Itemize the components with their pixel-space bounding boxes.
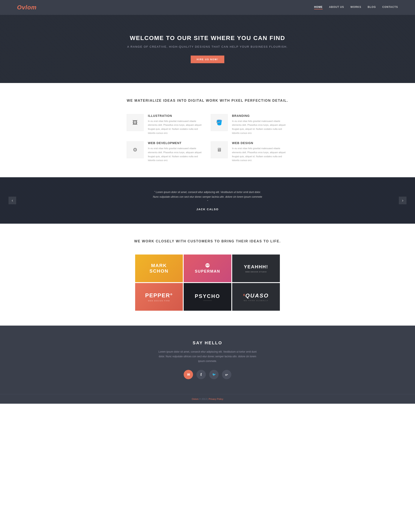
- hero: WELCOME TO OUR SITE WHERE YOU CAN FIND A…: [0, 15, 415, 83]
- hero-subtitle: A RANGE OF CREATIVE, HIGH-QUALITY DESIGN…: [127, 45, 288, 49]
- portfolio-item-markschon[interactable]: MARKSCHON: [135, 255, 183, 282]
- testimonial-next-button[interactable]: ›: [399, 197, 406, 204]
- hero-title: WELCOME TO OUR SITE WHERE YOU CAN FIND: [127, 35, 288, 41]
- portfolio-label-quaso: QUASO: [245, 292, 269, 299]
- portfolio-item-quaso[interactable]: 6 QUASO WE THINK GLOBALLY: [232, 283, 280, 311]
- testimonial-text: " Lorem ipsum dolor sit amet, consecit e…: [152, 190, 263, 204]
- header: Ovlom HOME ABOUT US WORKS BLOG CONTACTS: [0, 0, 415, 15]
- googleplus-icon[interactable]: g+: [222, 370, 231, 379]
- illustration-desc: In eu erat vitae felis gravitat malesuae…: [148, 119, 204, 135]
- testimonial-prev-button[interactable]: ‹: [9, 197, 16, 204]
- logo-text: vlom: [22, 4, 37, 11]
- webdesign-icon-box: 🖥: [211, 141, 228, 158]
- testimonial-section: ‹ " Lorem ipsum dolor sit amet, consecit…: [0, 177, 415, 224]
- webdev-icon-box: ⚙: [127, 141, 144, 158]
- twitter-icon[interactable]: 🐦: [209, 370, 218, 379]
- branding-title: Branding: [232, 114, 288, 117]
- nav-contacts[interactable]: CONTACTS: [382, 6, 398, 9]
- branding-icon-box: 🪣: [211, 114, 228, 131]
- nav-blog[interactable]: BLOG: [368, 6, 376, 9]
- contact-title: SAY HELLO: [17, 341, 398, 345]
- testimonial-author: JACK CALSO: [17, 208, 398, 211]
- quaso-sub: WE THINK GLOBALLY: [244, 300, 268, 302]
- hero-section: WELCOME TO OUR SITE WHERE YOU CAN FIND A…: [0, 15, 415, 83]
- portfolio-item-pepper[interactable]: PEPPER° WEB DESIGN FIRM: [135, 283, 183, 311]
- twitter-symbol: 🐦: [212, 373, 216, 376]
- email-icon[interactable]: ✉: [184, 370, 193, 379]
- portfolio-label-superman: SUPERMAN: [195, 269, 220, 274]
- portfolio-section: WE WORK CLOSELY WITH CUSTOMERS TO BRING …: [0, 224, 415, 326]
- webdev-desc: In eu erat vitae felis gravitat malesuae…: [148, 146, 204, 162]
- contact-section: SAY HELLO Lorem ipsum dolor sit amet, co…: [0, 326, 415, 394]
- services-grid: 🖼 Illustration In eu erat vitae felis gr…: [127, 114, 288, 162]
- webdev-title: Web Development: [148, 141, 204, 145]
- portfolio-label-markschon: MARKSCHON: [149, 263, 168, 274]
- service-webdev: ⚙ Web Development In eu erat vitae felis…: [127, 141, 204, 162]
- portfolio-item-superman[interactable]: 220 SUPERMAN: [184, 255, 231, 282]
- yeahhh-sub: WEB DESIGN STUDIO: [245, 271, 267, 273]
- contact-desc: Lorem ipsum dolor sit amet, consecit elt…: [156, 350, 259, 363]
- branding-desc: In eu erat vitae felis gravitat malesuae…: [232, 119, 288, 135]
- service-branding: 🪣 Branding In eu erat vitae felis gravit…: [211, 114, 288, 135]
- services-title: WE MATERIALIZE IDEAS INTO DIGITAL WORK W…: [17, 98, 398, 104]
- footer-text: Ovlom © 2013 | Privacy Policy: [17, 398, 398, 400]
- portfolio-item-psycho[interactable]: PSYCHO: [184, 283, 231, 311]
- footer-brand-link[interactable]: Ovlom: [192, 398, 198, 400]
- branding-icon: 🪣: [216, 120, 222, 125]
- pepper-sub: WEB DESIGN FIRM: [148, 300, 170, 302]
- nav: HOME ABOUT US WORKS BLOG CONTACTS: [314, 6, 398, 9]
- illustration-icon: 🖼: [132, 120, 138, 125]
- webdesign-content: Web Design In eu erat vitae felis gravit…: [232, 141, 288, 162]
- hero-content: WELCOME TO OUR SITE WHERE YOU CAN FIND A…: [127, 35, 288, 63]
- illustration-content: Illustration In eu erat vitae felis grav…: [148, 114, 204, 135]
- nav-works[interactable]: WORKS: [350, 6, 361, 9]
- illustration-icon-box: 🖼: [127, 114, 144, 131]
- facebook-symbol: f: [200, 372, 202, 377]
- nav-home[interactable]: HOME: [314, 6, 323, 9]
- hire-button[interactable]: HIRE US NOW!: [191, 56, 224, 63]
- superman-number: 220: [205, 263, 210, 267]
- webdesign-title: Web Design: [232, 141, 288, 145]
- portfolio-item-yeahhh[interactable]: YEAHHH! WEB DESIGN STUDIO: [232, 255, 280, 282]
- footer: Ovlom © 2013 | Privacy Policy: [0, 394, 415, 404]
- nav-about[interactable]: ABOUT US: [329, 6, 344, 9]
- quaso-wrapper: 6 QUASO: [243, 292, 269, 299]
- portfolio-label-yeahhh: YEAHHH!: [244, 264, 268, 270]
- portfolio-label-pepper: PEPPER°: [145, 292, 173, 299]
- service-illustration: 🖼 Illustration In eu erat vitae felis gr…: [127, 114, 204, 135]
- portfolio-title: WE WORK CLOSELY WITH CUSTOMERS TO BRING …: [17, 238, 398, 244]
- quaso-pre-num: 6: [243, 293, 245, 297]
- services-section: WE MATERIALIZE IDEAS INTO DIGITAL WORK W…: [0, 83, 415, 177]
- logo: Ovlom: [17, 4, 37, 11]
- webdev-content: Web Development In eu erat vitae felis g…: [148, 141, 204, 162]
- illustration-title: Illustration: [148, 114, 204, 117]
- facebook-icon[interactable]: f: [197, 370, 206, 379]
- footer-copy: © 2013 |: [199, 398, 209, 400]
- social-icons: ✉ f 🐦 g+: [17, 370, 398, 379]
- webdesign-icon: 🖥: [217, 147, 222, 153]
- webdesign-desc: In eu erat vitae felis gravitat malesuae…: [232, 146, 288, 162]
- webdev-icon: ⚙: [133, 147, 138, 153]
- email-symbol: ✉: [187, 373, 190, 377]
- footer-privacy-link[interactable]: Privacy Policy: [208, 398, 223, 400]
- portfolio-label-psycho: PSYCHO: [195, 293, 220, 299]
- logo-o: O: [17, 4, 22, 11]
- service-webdesign: 🖥 Web Design In eu erat vitae felis grav…: [211, 141, 288, 162]
- portfolio-grid: MARKSCHON 220 SUPERMAN YEAHHH! WEB DESIG…: [135, 255, 280, 311]
- branding-content: Branding In eu erat vitae felis gravitat…: [232, 114, 288, 135]
- googleplus-symbol: g+: [225, 373, 228, 376]
